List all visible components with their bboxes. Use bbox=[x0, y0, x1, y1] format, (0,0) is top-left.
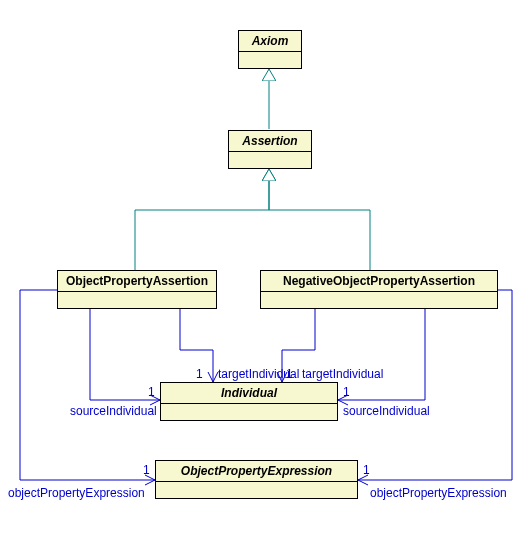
mult-one: 1 bbox=[143, 463, 150, 477]
class-object-property-assertion: ObjectPropertyAssertion bbox=[57, 270, 217, 309]
mult-one: 1 bbox=[286, 367, 293, 381]
role-source-individual: sourceIndividual bbox=[70, 404, 157, 418]
class-name: ObjectPropertyExpression bbox=[156, 461, 357, 482]
role-object-property-expression: objectPropertyExpression bbox=[370, 486, 507, 500]
class-individual: Individual bbox=[160, 382, 338, 421]
class-assertion: Assertion bbox=[228, 130, 312, 169]
class-name: Axiom bbox=[239, 31, 301, 52]
role-target-individual: targetIndividual bbox=[302, 367, 383, 381]
mult-one: 1 bbox=[196, 367, 203, 381]
class-object-property-expression: ObjectPropertyExpression bbox=[155, 460, 358, 499]
class-name: ObjectPropertyAssertion bbox=[58, 271, 216, 292]
class-name: Assertion bbox=[229, 131, 311, 152]
mult-one: 1 bbox=[343, 385, 350, 399]
role-source-individual: sourceIndividual bbox=[343, 404, 430, 418]
class-axiom: Axiom bbox=[238, 30, 302, 69]
class-negative-object-property-assertion: NegativeObjectPropertyAssertion bbox=[260, 270, 498, 309]
mult-one: 1 bbox=[148, 385, 155, 399]
mult-one: 1 bbox=[363, 463, 370, 477]
class-name: Individual bbox=[161, 383, 337, 404]
role-object-property-expression: objectPropertyExpression bbox=[8, 486, 145, 500]
class-name: NegativeObjectPropertyAssertion bbox=[261, 271, 497, 292]
